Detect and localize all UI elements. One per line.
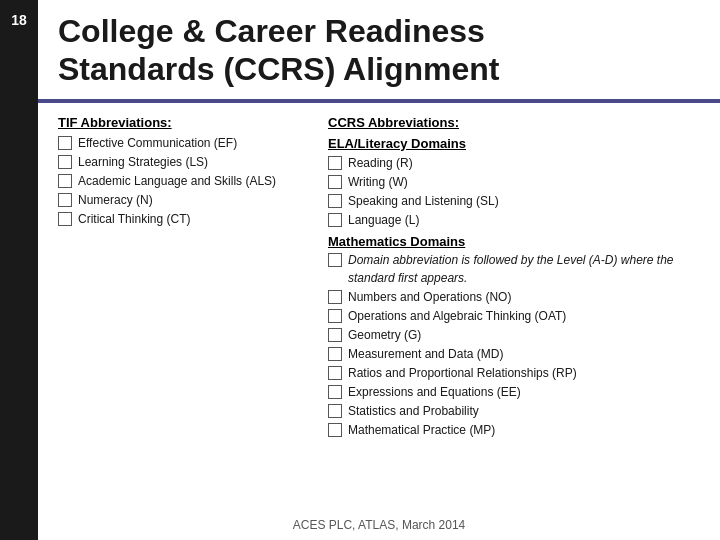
tif-item-3: Academic Language and Skills (ALS) [78, 172, 276, 190]
footer: ACES PLC, ATLAS, March 2014 [38, 512, 720, 540]
tif-item-1: Effective Communication (EF) [78, 134, 237, 152]
bullet-icon [328, 290, 342, 304]
math-item-2: Operations and Algebraic Thinking (OAT) [348, 307, 566, 325]
bullet-icon [328, 253, 342, 267]
title-line1: College & Career Readiness [58, 13, 485, 49]
bullet-icon [58, 136, 72, 150]
ela-item-1: Reading (R) [348, 154, 413, 172]
bullet-icon [328, 347, 342, 361]
slide-number: 18 [0, 0, 38, 540]
list-item: Numeracy (N) [58, 191, 298, 209]
bullet-icon [328, 385, 342, 399]
list-item: Learning Strategies (LS) [58, 153, 298, 171]
list-item: Geometry (G) [328, 326, 700, 344]
math-item-8: Mathematical Practice (MP) [348, 421, 495, 439]
ela-item-3: Speaking and Listening (SL) [348, 192, 499, 210]
math-item-3: Geometry (G) [348, 326, 421, 344]
bullet-icon [58, 193, 72, 207]
list-item: Effective Communication (EF) [58, 134, 298, 152]
slide-content: College & Career Readiness Standards (CC… [38, 0, 720, 540]
math-item-6: Expressions and Equations (EE) [348, 383, 521, 401]
slide-page: 18 College & Career Readiness Standards … [0, 0, 720, 540]
math-item-5: Ratios and Proportional Relationships (R… [348, 364, 577, 382]
bullet-icon [328, 423, 342, 437]
left-column: TIF Abbreviations: Effective Communicati… [58, 115, 298, 512]
title-divider [38, 99, 720, 103]
list-item: Writing (W) [328, 173, 700, 191]
tif-item-2: Learning Strategies (LS) [78, 153, 208, 171]
bullet-icon [328, 213, 342, 227]
title-line2: Standards (CCRS) Alignment [58, 51, 500, 87]
math-item-4: Measurement and Data (MD) [348, 345, 503, 363]
math-item-7: Statistics and Probability [348, 402, 479, 420]
body-section: TIF Abbreviations: Effective Communicati… [38, 111, 720, 512]
bullet-icon [58, 212, 72, 226]
bullet-icon [328, 175, 342, 189]
ela-item-4: Language (L) [348, 211, 419, 229]
tif-title: TIF Abbreviations: [58, 115, 298, 130]
slide-title: College & Career Readiness Standards (CC… [58, 12, 700, 89]
tif-item-5: Critical Thinking (CT) [78, 210, 190, 228]
list-item: Domain abbreviation is followed by the L… [328, 251, 700, 287]
title-section: College & Career Readiness Standards (CC… [38, 0, 720, 95]
math-item-note: Domain abbreviation is followed by the L… [348, 251, 700, 287]
list-item: Critical Thinking (CT) [58, 210, 298, 228]
right-column: CCRS Abbreviations: ELA/Literacy Domains… [328, 115, 700, 512]
bullet-icon [328, 366, 342, 380]
list-item: Mathematical Practice (MP) [328, 421, 700, 439]
list-item: Measurement and Data (MD) [328, 345, 700, 363]
bullet-icon [328, 194, 342, 208]
bullet-icon [328, 156, 342, 170]
list-item: Language (L) [328, 211, 700, 229]
math-item-1: Numbers and Operations (NO) [348, 288, 511, 306]
tif-item-4: Numeracy (N) [78, 191, 153, 209]
ela-title: ELA/Literacy Domains [328, 136, 700, 151]
bullet-icon [58, 155, 72, 169]
list-item: Speaking and Listening (SL) [328, 192, 700, 210]
slide-number-text: 18 [11, 12, 27, 28]
list-item: Operations and Algebraic Thinking (OAT) [328, 307, 700, 325]
bullet-icon [328, 328, 342, 342]
bullet-icon [328, 309, 342, 323]
ccrs-title: CCRS Abbreviations: [328, 115, 700, 130]
list-item: Statistics and Probability [328, 402, 700, 420]
ela-item-2: Writing (W) [348, 173, 408, 191]
list-item: Academic Language and Skills (ALS) [58, 172, 298, 190]
list-item: Ratios and Proportional Relationships (R… [328, 364, 700, 382]
list-item: Expressions and Equations (EE) [328, 383, 700, 401]
list-item: Reading (R) [328, 154, 700, 172]
list-item: Numbers and Operations (NO) [328, 288, 700, 306]
math-title: Mathematics Domains [328, 234, 700, 249]
bullet-icon [58, 174, 72, 188]
bullet-icon [328, 404, 342, 418]
footer-text: ACES PLC, ATLAS, March 2014 [293, 518, 466, 532]
